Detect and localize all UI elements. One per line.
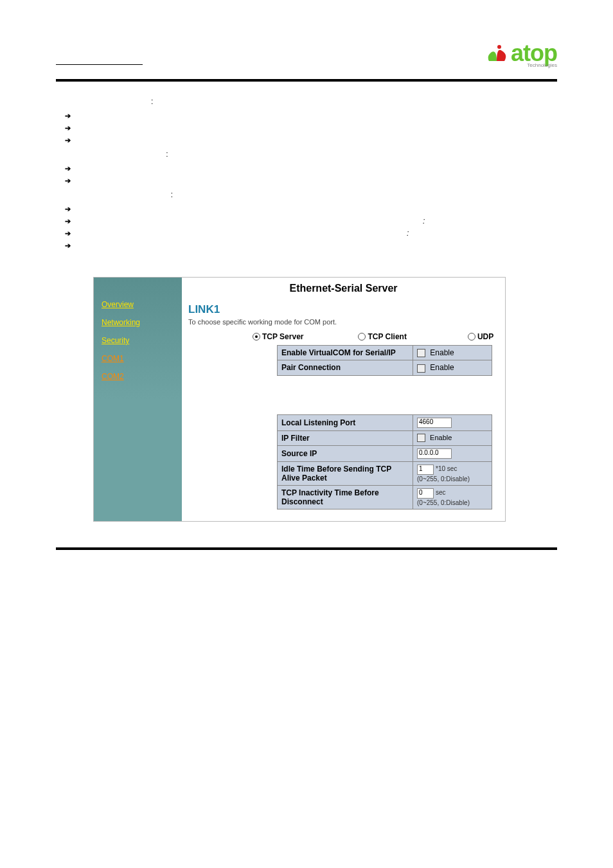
embedded-screenshot: Overview Networking Security COM1 COM2 E… — [93, 277, 504, 522]
bullet-list-2: ➔bullet point text ➔bullet point text — [65, 163, 557, 186]
cell-value: 1 *10 sec (0~255, 0:Disable) — [413, 461, 492, 485]
checkbox-label: Enable — [430, 363, 454, 372]
list-item: ➔bullet point text — [65, 203, 557, 215]
unit-label: *10 sec — [436, 465, 457, 472]
list-item: ➔bullet point text — [65, 110, 557, 121]
arrow-icon: ➔ — [65, 175, 71, 186]
range-label: (0~255, 0:Disable) — [417, 499, 470, 506]
document-body: If the device is in this mode : ➔bullet … — [56, 96, 557, 251]
paragraph: TCP Client : — [56, 148, 557, 160]
paragraph: If the device is in this mode : — [56, 96, 557, 107]
cell-value: Enable — [413, 346, 492, 360]
unit-label: sec — [436, 489, 446, 496]
table-row: Source IP 0.0.0.0 — [278, 445, 492, 461]
radio-udp[interactable]: UDP — [468, 332, 493, 341]
table-row: Local Listening Port 4660 — [278, 414, 492, 430]
config-table-2: Local Listening Port 4660 IP Filter Enab… — [277, 414, 492, 509]
cell-value: 0.0.0.0 — [413, 445, 492, 461]
cell-label: TCP Inactivity Time Before Disconnect — [278, 485, 413, 509]
arrow-icon: ➔ — [65, 122, 71, 134]
radio-label: UDP — [477, 332, 493, 341]
logo-subtitle: Technologies — [527, 62, 557, 68]
arrow-icon: ➔ — [65, 110, 71, 121]
list-item: ➔bullet point text — [65, 163, 557, 174]
range-label: (0~255, 0:Disable) — [417, 475, 470, 483]
radio-label: TCP Client — [368, 332, 406, 341]
config-table-1: Enable VirtualCOM for Serial/IP Enable P… — [277, 345, 492, 376]
main-content: Ethernet-Serial Server LINK1 To choose s… — [182, 278, 505, 521]
arrow-icon: ➔ — [65, 163, 71, 174]
arrow-icon: ➔ — [65, 240, 71, 251]
header-underline — [56, 64, 143, 65]
sidebar-item-security[interactable]: Security — [102, 336, 182, 345]
table-row: Enable VirtualCOM for Serial/IP Enable — [278, 346, 492, 360]
cell-value: Enable — [413, 360, 492, 375]
arrow-icon: ➔ — [65, 203, 71, 215]
bottom-divider — [56, 547, 557, 550]
idle-time-input[interactable]: 1 — [417, 465, 434, 475]
cell-value: 4660 — [413, 414, 492, 430]
bullet-list-3: ➔bullet point text ➔bullet point text he… — [65, 203, 557, 251]
arrow-icon: ➔ — [65, 215, 71, 227]
radio-icon — [253, 333, 260, 341]
list-item: ➔bullet point text here: — [65, 215, 557, 227]
arrow-icon: ➔ — [65, 227, 71, 239]
section-subtitle: To choose specific working mode for COM … — [188, 318, 499, 326]
bullet-list-1: ➔bullet point text ➔bullet point text ➔b… — [65, 110, 557, 146]
list-item: ➔bullet point text — [65, 175, 557, 186]
list-item: ➔bullet point text — [65, 240, 557, 251]
cell-value: 0 sec (0~255, 0:Disable) — [413, 485, 492, 509]
radio-icon — [468, 333, 475, 341]
sidebar: Overview Networking Security COM1 COM2 — [94, 278, 182, 521]
table-row: Pair Connection Enable — [278, 360, 492, 375]
sidebar-item-com1[interactable]: COM1 — [102, 354, 182, 363]
cell-label: Local Listening Port — [278, 414, 413, 430]
table-row: TCP Inactivity Time Before Disconnect 0 … — [278, 485, 492, 509]
cell-label: IP Filter — [278, 430, 413, 445]
sidebar-item-networking[interactable]: Networking — [102, 318, 182, 327]
radio-icon — [358, 333, 366, 341]
top-divider — [56, 79, 557, 82]
sidebar-item-overview[interactable]: Overview — [102, 300, 182, 309]
source-ip-input[interactable]: 0.0.0.0 — [417, 448, 452, 459]
mode-radio-row: TCP Server TCP Client UDP — [253, 332, 499, 341]
cell-label: Pair Connection — [278, 360, 413, 375]
cell-label: Enable VirtualCOM for Serial/IP — [278, 346, 413, 360]
page-title: Ethernet-Serial Server — [188, 283, 499, 294]
svg-point-0 — [497, 45, 501, 49]
list-item: ➔bullet point text — [65, 134, 557, 146]
list-item: ➔bullet point text — [65, 122, 557, 134]
sidebar-item-com2[interactable]: COM2 — [102, 372, 182, 381]
checkbox-label: Enable — [430, 348, 454, 357]
paragraph: UDP : — [56, 189, 557, 200]
list-item: ➔bullet point text more: — [65, 227, 557, 239]
logo-mark-icon — [484, 40, 510, 66]
table-row: IP Filter Enable — [278, 430, 492, 445]
local-port-input[interactable]: 4660 — [417, 418, 452, 428]
cell-value: Enable — [413, 430, 492, 445]
ip-filter-checkbox[interactable] — [417, 434, 425, 442]
checkbox-label: Enable — [430, 434, 452, 441]
tcp-inactivity-input[interactable]: 0 — [417, 488, 434, 499]
enable-virtualcom-checkbox[interactable] — [417, 349, 425, 357]
arrow-icon: ➔ — [65, 134, 71, 146]
radio-tcp-server[interactable]: TCP Server — [253, 332, 303, 341]
radio-tcp-client[interactable]: TCP Client — [358, 332, 406, 341]
cell-label: Source IP — [278, 445, 413, 461]
logo: atop Technologies — [484, 40, 557, 67]
pair-connection-checkbox[interactable] — [417, 364, 425, 373]
radio-label: TCP Server — [262, 332, 303, 341]
cell-label: Idle Time Before Sending TCP Alive Packe… — [278, 461, 413, 485]
table-row: Idle Time Before Sending TCP Alive Packe… — [278, 461, 492, 485]
section-title: LINK1 — [188, 303, 499, 316]
